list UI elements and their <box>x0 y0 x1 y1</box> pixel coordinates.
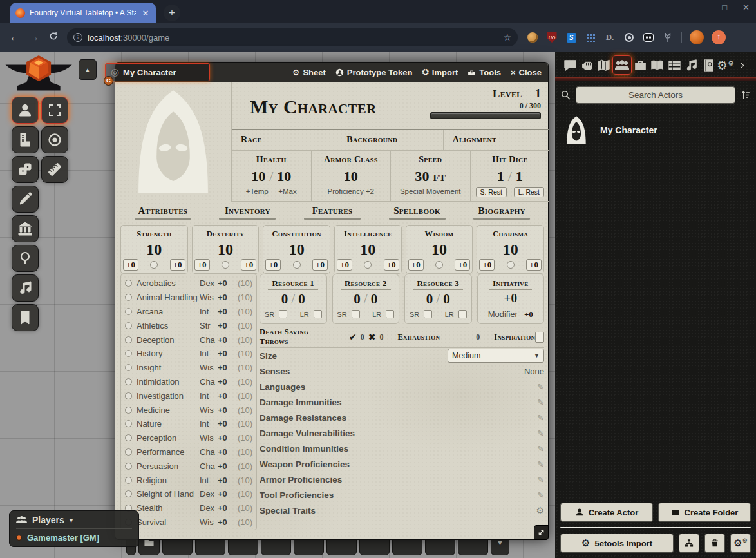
skill-proficiency-toggle[interactable] <box>125 477 132 484</box>
edit-icon[interactable]: ✎ <box>537 475 544 485</box>
forward-icon[interactable]: → <box>24 31 44 44</box>
resource-values[interactable]: 0/0 <box>263 291 324 307</box>
resource-label[interactable]: Resource 2 <box>341 278 391 290</box>
edit-icon[interactable]: ✎ <box>537 428 544 438</box>
reload-icon[interactable] <box>44 31 63 44</box>
skill-row[interactable]: Persuasion Cha +0 (10) <box>125 459 252 473</box>
skill-proficiency-toggle[interactable] <box>125 448 132 456</box>
skill-proficiency-toggle[interactable] <box>125 350 132 357</box>
edit-icon[interactable]: ✎ <box>537 444 544 454</box>
ability-modifier[interactable]: +0 <box>123 259 138 271</box>
skill-proficiency-toggle[interactable] <box>125 407 132 414</box>
skill-row[interactable]: Arcana Int +0 (10) <box>125 305 252 319</box>
skill-name[interactable]: Religion <box>137 476 200 485</box>
ability-score[interactable]: 10 <box>194 242 257 257</box>
ability-name[interactable]: Charisma <box>490 229 531 240</box>
temp-hp-label[interactable]: +Temp <box>246 188 269 195</box>
race-field[interactable]: Race <box>232 130 337 150</box>
ability-modifier[interactable]: +0 <box>337 259 352 271</box>
tab-chat[interactable] <box>562 57 578 73</box>
close-window-icon[interactable]: ✕ <box>742 3 750 12</box>
skill-name[interactable]: Deception <box>137 335 200 345</box>
sheet-config-button[interactable]: ⚙Sheet <box>292 68 326 77</box>
senses-value[interactable]: None <box>524 367 544 376</box>
tab-scenes[interactable] <box>596 57 612 73</box>
skill-name[interactable]: Medicine <box>137 405 200 415</box>
ability-modifier[interactable]: +0 <box>194 259 210 271</box>
character-portrait[interactable] <box>115 82 232 202</box>
5etools-import-button[interactable]: ⚙ 5etools Import <box>560 534 674 553</box>
tab-playlists[interactable] <box>683 57 700 73</box>
portrait-avatar-image[interactable] <box>125 86 222 197</box>
ability-score[interactable]: 10 <box>265 242 328 257</box>
ability-name[interactable]: Wisdom <box>422 229 457 240</box>
collapse-controls-button[interactable]: ▲ <box>79 59 97 80</box>
death-success-count[interactable]: 0 <box>361 332 364 342</box>
back-icon[interactable]: ← <box>5 31 24 44</box>
save-proficiency-toggle[interactable] <box>293 261 301 269</box>
skill-proficiency-toggle[interactable] <box>125 420 132 427</box>
skill-row[interactable]: Athletics Str +0 (10) <box>125 318 252 332</box>
ac-value[interactable]: 10 <box>312 168 391 185</box>
long-rest-button[interactable]: L. Rest <box>514 187 544 197</box>
skill-name[interactable]: History <box>137 349 200 358</box>
browser-tab[interactable]: Foundry Virtual Tabletop • A Stan ✕ <box>10 3 156 23</box>
profile-avatar[interactable] <box>690 30 704 44</box>
edit-icon[interactable]: ✎ <box>537 459 544 469</box>
sheet-tab[interactable]: Spellbook <box>375 206 460 221</box>
ability-save[interactable]: +0 <box>455 259 470 271</box>
ability-save[interactable]: +0 <box>241 259 256 271</box>
skill-row[interactable]: Acrobatics Dex +0 (10) <box>125 276 252 291</box>
death-success-icon[interactable]: ✔ <box>349 332 357 342</box>
measure-distance-tool[interactable] <box>41 156 68 183</box>
skill-name[interactable]: Perception <box>137 433 200 443</box>
skill-row[interactable]: Animal Handling Wis +0 (10) <box>125 291 252 305</box>
sheet-tab[interactable]: Biography <box>459 206 544 221</box>
ability-name[interactable]: Constitution <box>270 229 324 240</box>
resource-values[interactable]: 0/0 <box>335 291 397 307</box>
template-target-tool[interactable] <box>41 126 68 153</box>
special-movement-label[interactable]: Special Movement <box>391 188 470 195</box>
sr-checkbox[interactable] <box>279 310 287 318</box>
ability-score[interactable]: 10 <box>123 242 185 257</box>
window-title-highlight[interactable]: ◎ My Character G <box>105 63 210 81</box>
sheet-tab[interactable]: Attributes <box>120 206 205 221</box>
skill-name[interactable]: Arcana <box>137 307 200 316</box>
players-header[interactable]: Players ▾ <box>16 515 132 529</box>
ring-extension-icon[interactable] <box>623 32 635 43</box>
sheet-tab[interactable]: Features <box>290 206 375 221</box>
sort-icon[interactable] <box>740 90 751 101</box>
ability-name[interactable]: Intelligence <box>341 229 394 240</box>
ability-save[interactable]: +0 <box>526 259 542 271</box>
skill-name[interactable]: Acrobatics <box>137 278 200 288</box>
sr-checkbox[interactable] <box>352 310 360 318</box>
tab-tables[interactable] <box>666 57 683 73</box>
save-proficiency-toggle[interactable] <box>222 261 229 269</box>
save-proficiency-toggle[interactable] <box>150 261 158 269</box>
skill-proficiency-toggle[interactable] <box>125 392 132 399</box>
tab-combat[interactable] <box>578 57 595 73</box>
skill-proficiency-toggle[interactable] <box>125 280 132 287</box>
foundry-logo[interactable] <box>4 55 75 93</box>
skill-proficiency-toggle[interactable] <box>125 364 132 371</box>
folder-tree-button[interactable] <box>679 534 699 553</box>
lr-checkbox[interactable] <box>458 310 467 318</box>
background-field[interactable]: Background <box>337 130 443 150</box>
skill-proficiency-toggle[interactable] <box>125 378 132 385</box>
skill-proficiency-toggle[interactable] <box>125 308 132 315</box>
new-tab-button[interactable]: + <box>164 5 180 21</box>
d-extension-icon[interactable]: D. <box>604 32 616 43</box>
hit-dice-values[interactable]: 1/1 <box>471 168 550 185</box>
skill-row[interactable]: Intimidation Cha +0 (10) <box>125 375 252 389</box>
xp-text[interactable]: 0 / 300 <box>520 101 541 111</box>
lighting-layer-tool[interactable] <box>12 245 39 272</box>
actor-list-item[interactable]: My Character <box>555 113 756 148</box>
tiles-layer-tool[interactable] <box>12 156 39 183</box>
tab-settings[interactable]: ⚙⚙ <box>717 57 734 73</box>
skill-name[interactable]: Performance <box>137 447 200 457</box>
tab-close-icon[interactable]: ✕ <box>140 8 151 18</box>
window-resize-handle[interactable] <box>534 525 549 540</box>
sr-checkbox[interactable] <box>424 310 432 318</box>
actor-avatar[interactable] <box>562 115 591 145</box>
notes-layer-tool[interactable] <box>12 304 39 331</box>
